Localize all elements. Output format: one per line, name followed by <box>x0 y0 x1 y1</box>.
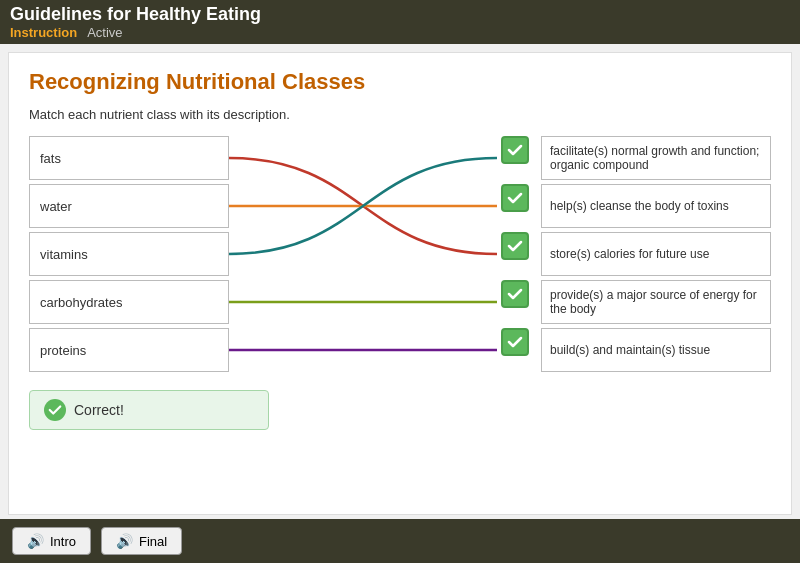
check-proteins <box>501 328 529 356</box>
instruction-text: Match each nutrient class with its descr… <box>29 107 771 122</box>
checkboxes-column <box>497 136 533 376</box>
top-header: Guidelines for Healthy Eating Instructio… <box>0 0 800 44</box>
intro-speaker-icon: 🔊 <box>27 533 44 549</box>
active-label: Active <box>87 25 122 40</box>
main-content: Recognizing Nutritional Classes Match ea… <box>8 52 792 515</box>
left-column: fats water vitamins carbohydrates protei… <box>29 136 229 376</box>
check-carbohydrates <box>501 280 529 308</box>
lines-area <box>229 136 497 376</box>
left-item-proteins[interactable]: proteins <box>29 328 229 372</box>
left-item-water[interactable]: water <box>29 184 229 228</box>
left-item-carbohydrates[interactable]: carbohydrates <box>29 280 229 324</box>
connection-lines <box>229 136 497 376</box>
right-item-3[interactable]: store(s) calories for future use <box>541 232 771 276</box>
right-item-2[interactable]: help(s) cleanse the body of toxins <box>541 184 771 228</box>
instruction-label: Instruction <box>10 25 77 40</box>
final-speaker-icon: 🔊 <box>116 533 133 549</box>
page-title: Guidelines for Healthy Eating <box>10 4 790 25</box>
matching-area: fats water vitamins carbohydrates protei… <box>29 136 771 376</box>
check-vitamins <box>501 232 529 260</box>
check-fats <box>501 136 529 164</box>
correct-label: Correct! <box>74 402 124 418</box>
correct-banner: Correct! <box>29 390 269 430</box>
bottom-bar: 🔊 Intro 🔊 Final <box>0 519 800 563</box>
left-item-fats[interactable]: fats <box>29 136 229 180</box>
check-water <box>501 184 529 212</box>
final-button[interactable]: 🔊 Final <box>101 527 182 555</box>
right-item-5[interactable]: build(s) and maintain(s) tissue <box>541 328 771 372</box>
right-column: facilitate(s) normal growth and function… <box>541 136 771 376</box>
intro-button[interactable]: 🔊 Intro <box>12 527 91 555</box>
right-item-1[interactable]: facilitate(s) normal growth and function… <box>541 136 771 180</box>
final-button-label: Final <box>139 534 167 549</box>
right-item-4[interactable]: provide(s) a major source of energy for … <box>541 280 771 324</box>
correct-check-circle <box>44 399 66 421</box>
left-item-vitamins[interactable]: vitamins <box>29 232 229 276</box>
section-title: Recognizing Nutritional Classes <box>29 69 771 95</box>
intro-button-label: Intro <box>50 534 76 549</box>
